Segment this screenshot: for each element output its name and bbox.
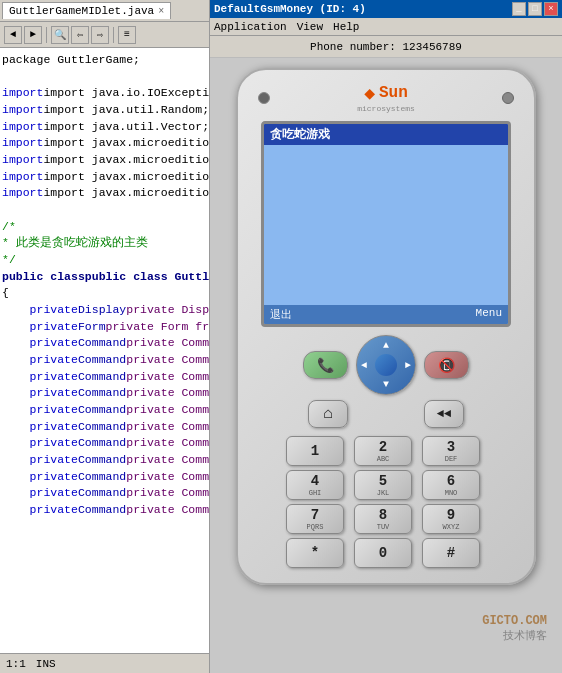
code-field-13: private Command private Command exitCom — [2, 502, 207, 519]
keypad-key-6[interactable]: 6MNO — [422, 470, 480, 500]
editor-statusbar: 1:1 INS — [0, 653, 209, 673]
code-class-decl: public class public class GuttlerGameMI — [2, 269, 207, 286]
code-field-10: private Command private Command exit_ca — [2, 452, 207, 469]
editor-panel: GuttlerGameMIDlet.java × ◄ ► 🔍 ⇦ ⇨ ≡ pac… — [0, 0, 210, 673]
toolbar-sep2 — [113, 27, 114, 43]
code-comment-3: */ — [2, 252, 207, 269]
code-import-5: import import javax.microedition.l — [2, 152, 207, 169]
code-import-4: import import javax.microedition.m — [2, 135, 207, 152]
code-field-8: private Command private Command exit_Co — [2, 419, 207, 436]
keypad-key-3[interactable]: 3DEF — [422, 436, 480, 466]
phone-window-title: DefaultGsmMoney (ID: 4) — [214, 3, 366, 15]
phone-number-label: Phone number: — [310, 41, 396, 53]
phone-panel: DefaultGsmMoney (ID: 4) _ □ × Applicatio… — [210, 0, 562, 673]
phone-menubar: Application View Help — [210, 18, 562, 36]
keypad-key-*[interactable]: * — [286, 538, 344, 568]
toolbar-back-btn[interactable]: ◄ — [4, 26, 22, 44]
clear-button[interactable]: ◄◄ — [424, 400, 464, 428]
menu-help[interactable]: Help — [333, 21, 359, 33]
code-area: package GuttlerGame; import import java.… — [0, 48, 209, 653]
nav-left-icon[interactable]: ◄ — [361, 360, 367, 371]
code-field-1: private Display private Display display — [2, 302, 207, 319]
toolbar-nav1-btn[interactable]: ⇦ — [71, 26, 89, 44]
phone-call-row: 📞 ▲ ◄ ► ▼ 📵 — [303, 335, 469, 395]
toolbar-forward-btn[interactable]: ► — [24, 26, 42, 44]
softkey-left[interactable]: 退出 — [270, 307, 292, 322]
keypad-key-0[interactable]: 0 — [354, 538, 412, 568]
keypad-key-#[interactable]: # — [422, 538, 480, 568]
keypad-key-2[interactable]: 2ABC — [354, 436, 412, 466]
phone-back-row: ⌂ ◄◄ — [308, 400, 464, 428]
code-field-9: private Command private Command caption — [2, 435, 207, 452]
menu-application[interactable]: Application — [214, 21, 287, 33]
phone-screen: 贪吃蛇游戏 退出 Menu — [261, 121, 511, 327]
nav-up-icon[interactable]: ▲ — [383, 340, 389, 351]
phone-power-button[interactable] — [502, 92, 514, 104]
phone-body: ◆ Sun microsystems 贪吃蛇游戏 退出 Menu — [210, 58, 562, 673]
keypad-key-4[interactable]: 4GHI — [286, 470, 344, 500]
editor-tabs: GuttlerGameMIDlet.java × — [0, 0, 209, 22]
keypad-key-7[interactable]: 7PQRS — [286, 504, 344, 534]
nav-down-icon[interactable]: ▼ — [383, 379, 389, 390]
status-mode: INS — [36, 658, 56, 670]
code-field-12: private Command private Command set_num — [2, 485, 207, 502]
code-import-6: import import javax.microedition.m — [2, 169, 207, 186]
code-import-3: import import java.util.Vector; — [2, 119, 207, 136]
toolbar-search-btn[interactable]: 🔍 — [51, 26, 69, 44]
code-comment-2: * 此类是贪吃蛇游戏的主类 — [2, 235, 207, 252]
editor-tab[interactable]: GuttlerGameMIDlet.java × — [2, 2, 171, 19]
keypad-key-9[interactable]: 9WXYZ — [422, 504, 480, 534]
keypad-key-1[interactable]: 1 — [286, 436, 344, 466]
toolbar-nav2-btn[interactable]: ⇨ — [91, 26, 109, 44]
phone-titlebar: DefaultGsmMoney (ID: 4) _ □ × — [210, 0, 562, 18]
phone-panel-wrapper: DefaultGsmMoney (ID: 4) _ □ × Applicatio… — [210, 0, 562, 673]
phone-top-bar: ◆ Sun microsystems — [253, 82, 519, 113]
keypad-key-8[interactable]: 8TUV — [354, 504, 412, 534]
call-button[interactable]: 📞 — [303, 351, 348, 379]
phone-info-bar: Phone number: 123456789 — [210, 36, 562, 58]
code-import-7: import import javax.microedition.m — [2, 185, 207, 202]
code-field-6: private Command private Command restartC — [2, 385, 207, 402]
back-button[interactable]: ⌂ — [308, 400, 348, 428]
nav-pad[interactable]: ▲ ◄ ► ▼ — [356, 335, 416, 395]
phone-number-value: 123456789 — [403, 41, 462, 53]
code-field-7: private Command private Command stop_Co — [2, 402, 207, 419]
tab-filename: GuttlerGameMIDlet.java — [9, 5, 154, 17]
minimize-button[interactable]: _ — [512, 2, 526, 16]
keypad-grid: 12ABC3DEF4GHI5JKL6MNO7PQRS8TUV9WXYZ*0# — [286, 436, 486, 568]
keypad-key-5[interactable]: 5JKL — [354, 470, 412, 500]
phone-screen-content — [264, 145, 508, 305]
code-field-11: private Command private Command start_sp — [2, 469, 207, 486]
titlebar-controls: _ □ × — [512, 2, 558, 16]
phone-nav-area: 📞 ▲ ◄ ► ▼ 📵 — [261, 335, 511, 428]
sun-logo: ◆ Sun microsystems — [357, 82, 415, 113]
code-field-3: private Command private Command startCo — [2, 335, 207, 352]
status-line-col: 1:1 — [6, 658, 26, 670]
toolbar-sep1 — [46, 27, 47, 43]
tab-close-button[interactable]: × — [158, 6, 164, 17]
phone-screen-title: 贪吃蛇游戏 — [264, 124, 508, 145]
end-button[interactable]: 📵 — [424, 351, 469, 379]
code-field-4: private Command private Command start_C — [2, 352, 207, 369]
maximize-button[interactable]: □ — [528, 2, 542, 16]
nav-right-icon[interactable]: ► — [405, 360, 411, 371]
toolbar-extra-btn[interactable]: ≡ — [118, 26, 136, 44]
close-button[interactable]: × — [544, 2, 558, 16]
softkey-right[interactable]: Menu — [476, 307, 502, 322]
editor-toolbar: ◄ ► 🔍 ⇦ ⇨ ≡ — [0, 22, 209, 48]
code-comment-1: /* — [2, 219, 207, 236]
code-open-brace: { — [2, 285, 207, 302]
phone-device: ◆ Sun microsystems 贪吃蛇游戏 退出 Menu — [236, 68, 536, 585]
code-line-package: package GuttlerGame; — [2, 52, 207, 69]
code-field-5: private Command private Command restart_ — [2, 369, 207, 386]
phone-screen-softkeys: 退出 Menu — [264, 305, 508, 324]
menu-view[interactable]: View — [297, 21, 323, 33]
phone-indicator-left — [258, 92, 270, 104]
code-import-1: import import java.io.IOException; — [2, 85, 207, 102]
code-import-2: import import java.util.Random; — [2, 102, 207, 119]
code-field-2: private Form private Form fr=new For — [2, 319, 207, 336]
nav-center-button[interactable] — [375, 354, 397, 376]
